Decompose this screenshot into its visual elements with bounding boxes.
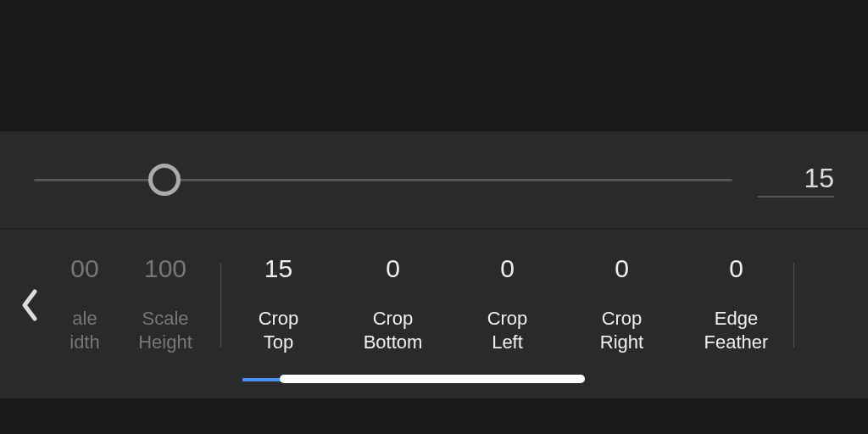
param-label: Edge Feather	[704, 307, 769, 353]
param-value: 0	[500, 254, 515, 283]
scrollbar-thumb[interactable]	[280, 375, 585, 383]
param-value: 0	[615, 254, 629, 283]
param-value: 0	[729, 254, 743, 283]
param-crop-left[interactable]: 0 Crop Left	[450, 246, 565, 381]
slider-row: 15	[0, 131, 868, 229]
param-label: Crop Top	[259, 307, 299, 353]
slider-track[interactable]	[34, 163, 732, 197]
param-value: 0	[386, 254, 400, 283]
param-label: Crop Right	[600, 307, 643, 353]
params-scroll[interactable]: 00 ale idth 100 Scale Height 15 Crop Top…	[59, 246, 868, 381]
chevron-left-icon	[18, 288, 42, 322]
param-label: Scale Height	[138, 307, 192, 353]
param-scale-width[interactable]: 00 ale idth	[59, 246, 110, 381]
param-value: 00	[70, 254, 98, 283]
param-crop-right[interactable]: 0 Crop Right	[565, 246, 679, 381]
parameters-row: 00 ale idth 100 Scale Height 15 Crop Top…	[0, 229, 868, 398]
slider-track-line	[34, 179, 732, 181]
param-label: ale idth	[70, 307, 99, 353]
divider	[793, 263, 794, 348]
slider-value-input[interactable]: 15	[758, 163, 834, 198]
param-edge-feather[interactable]: 0 Edge Feather	[679, 246, 793, 381]
param-crop-top[interactable]: 15 Crop Top	[221, 246, 336, 381]
nav-left-button[interactable]	[0, 246, 59, 364]
param-value: 100	[144, 254, 186, 283]
param-crop-bottom[interactable]: 0 Crop Bottom	[336, 246, 450, 381]
param-scale-height[interactable]: 100 Scale Height	[110, 246, 220, 381]
params-group: 00 ale idth 100 Scale Height 15 Crop Top…	[59, 246, 868, 381]
preview-area	[0, 0, 868, 131]
param-label: Crop Bottom	[364, 307, 423, 353]
param-value: 15	[264, 254, 292, 283]
param-label: Crop Left	[487, 307, 528, 353]
slider-handle[interactable]	[148, 164, 181, 196]
